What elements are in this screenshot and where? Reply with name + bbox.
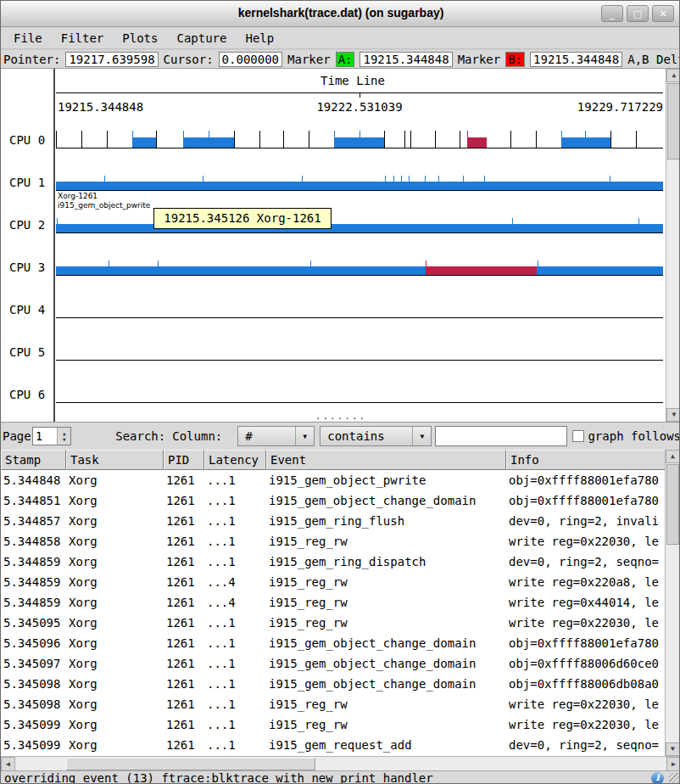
marker-a-badge[interactable]: A: <box>336 52 355 67</box>
menu-item-capture[interactable]: Capture <box>170 29 232 48</box>
match-select[interactable]: contains ▼ <box>320 426 432 446</box>
graph-event-tick[interactable] <box>302 176 303 190</box>
table-row[interactable]: 5.345099Xorg1261...1i915_reg_rwwrite reg… <box>1 714 666 735</box>
resize-grip-icon[interactable] <box>669 773 680 784</box>
graph-task-bar[interactable] <box>426 266 537 275</box>
graph-event-tick[interactable] <box>183 131 184 148</box>
menu-item-help[interactable]: Help <box>239 29 280 48</box>
title-bar[interactable]: kernelshark(trace.dat) (on sugarbay) _ □… <box>1 1 680 27</box>
graph-event-tick[interactable] <box>585 131 586 148</box>
graph-task-bar[interactable] <box>56 224 663 232</box>
graph-event-tick[interactable] <box>81 131 82 148</box>
graph-event-tick[interactable] <box>484 176 485 190</box>
close-button[interactable]: ✕ <box>652 5 674 22</box>
scroll-left-icon[interactable]: ◀ <box>1 757 15 771</box>
column-header-info[interactable]: Info <box>506 450 666 470</box>
graph-event-tick[interactable] <box>310 260 311 275</box>
graph-task-bar[interactable] <box>561 137 610 148</box>
graph-event-tick[interactable] <box>426 260 426 275</box>
graph-event-tick[interactable] <box>393 176 394 190</box>
scroll-up-icon[interactable]: ▲ <box>666 69 680 82</box>
graph-event-tick[interactable] <box>209 131 209 148</box>
maximize-button[interactable]: □ <box>627 5 649 22</box>
graph-event-tick[interactable] <box>512 218 513 232</box>
graph-event-tick[interactable] <box>156 131 157 148</box>
table-row[interactable]: 5.345095Xorg1261...1i915_reg_rwwrite reg… <box>1 613 666 633</box>
graph-task-bar[interactable] <box>56 182 663 190</box>
scroll-right-icon[interactable]: ▶ <box>666 757 680 771</box>
column-header-task[interactable]: Task <box>66 450 164 470</box>
table-vertical-scrollbar[interactable]: ▲ ▼ <box>665 450 679 756</box>
graph-event-tick[interactable] <box>467 131 468 148</box>
hscroll-thumb[interactable] <box>66 758 315 770</box>
graph-scroll-thumb[interactable] <box>667 83 680 160</box>
graph-event-tick[interactable] <box>404 131 405 148</box>
table-row[interactable]: 5.344851Xorg1261...1i915_gem_object_chan… <box>1 490 666 511</box>
graph-event-tick[interactable] <box>636 131 637 148</box>
graph-event-tick[interactable] <box>203 176 203 190</box>
minimize-button[interactable]: _ <box>601 5 623 22</box>
graph-event-tick[interactable] <box>109 260 109 275</box>
table-row[interactable]: 5.345098Xorg1261...1i915_reg_rwwrite reg… <box>1 694 666 714</box>
graph-event-tick[interactable] <box>538 260 538 275</box>
scroll-down-icon[interactable]: ▼ <box>666 408 680 422</box>
graph-vertical-scrollbar[interactable]: ▲ ▼ <box>666 69 680 422</box>
graph-event-tick[interactable] <box>438 176 439 190</box>
column-select[interactable]: # ▼ <box>237 426 315 446</box>
menu-item-plots[interactable]: Plots <box>116 29 164 48</box>
graph-task-bar[interactable] <box>132 137 156 148</box>
graph-event-tick[interactable] <box>56 131 57 148</box>
graph-event-tick[interactable] <box>132 131 133 148</box>
table-row[interactable]: 5.345099Xorg1261...1i915_gem_request_add… <box>1 735 666 755</box>
page-spinner[interactable]: ▲▼ <box>32 427 72 445</box>
scroll-up-icon[interactable]: ▲ <box>666 450 680 463</box>
graph-event-tick[interactable] <box>104 176 105 190</box>
graph-event-tick[interactable] <box>435 131 436 148</box>
search-input[interactable] <box>435 426 567 446</box>
graph-event-tick[interactable] <box>234 131 235 148</box>
marker-b-badge[interactable]: B: <box>505 52 525 67</box>
table-horizontal-scrollbar[interactable]: ◀ ▶ <box>1 756 680 770</box>
menu-item-file[interactable]: File <box>8 29 48 48</box>
graph-event-tick[interactable] <box>463 176 464 190</box>
table-row[interactable]: 5.344848Xorg1261...1i915_gem_object_pwri… <box>1 470 666 490</box>
graph-event-tick[interactable] <box>158 260 159 275</box>
graph-follows-checkbox[interactable] <box>572 430 584 442</box>
graph-event-tick[interactable] <box>610 176 610 190</box>
graph-event-tick[interactable] <box>384 131 385 148</box>
graph-event-tick[interactable] <box>360 131 360 148</box>
graph-event-tick[interactable] <box>401 176 402 190</box>
graph-event-tick[interactable] <box>409 176 410 190</box>
scroll-down-icon[interactable]: ▼ <box>666 742 680 756</box>
table-scroll-thumb[interactable] <box>666 464 679 545</box>
table-row[interactable]: 5.345098Xorg1261...1i915_gem_object_chan… <box>1 674 666 694</box>
column-header-latency[interactable]: Latency <box>204 450 266 470</box>
graph-event-tick[interactable] <box>610 131 611 148</box>
graph-event-tick[interactable] <box>309 131 309 148</box>
table-row[interactable]: 5.344857Xorg1261...1i915_gem_ring_flushd… <box>1 511 666 531</box>
info-icon[interactable]: i <box>651 772 664 784</box>
spinner-arrows-icon[interactable]: ▲▼ <box>57 428 70 445</box>
table-row[interactable]: 5.344859Xorg1261...4i915_reg_rwwrite reg… <box>1 572 666 592</box>
timeline-graph[interactable]: Time Line 19215.344848 19222.531039 1922… <box>1 68 680 423</box>
graph-event-tick[interactable] <box>283 131 284 148</box>
table-row[interactable]: 5.344859Xorg1261...4i915_reg_rwwrite reg… <box>1 592 666 613</box>
graph-task-bar[interactable] <box>56 266 663 275</box>
graph-event-tick[interactable] <box>638 218 639 232</box>
menu-item-filter[interactable]: Filter <box>55 29 110 48</box>
graph-event-tick[interactable] <box>425 176 426 190</box>
graph-event-tick[interactable] <box>410 131 411 148</box>
column-header-event[interactable]: Event <box>266 450 506 470</box>
table-row[interactable]: 5.344858Xorg1261...1i915_reg_rwwrite reg… <box>1 531 666 552</box>
graph-event-tick[interactable] <box>107 131 108 148</box>
graph-task-bar[interactable] <box>467 137 487 148</box>
column-header-stamp[interactable]: Stamp <box>1 450 66 470</box>
graph-event-tick[interactable] <box>510 131 511 148</box>
table-row[interactable]: 5.345097Xorg1261...1i915_gem_object_chan… <box>1 653 666 674</box>
graph-event-tick[interactable] <box>259 131 260 148</box>
graph-event-tick[interactable] <box>460 131 460 148</box>
graph-event-tick[interactable] <box>536 131 537 148</box>
graph-event-tick[interactable] <box>385 176 386 190</box>
column-header-pid[interactable]: PID <box>164 450 204 470</box>
graph-event-tick[interactable] <box>334 131 335 148</box>
